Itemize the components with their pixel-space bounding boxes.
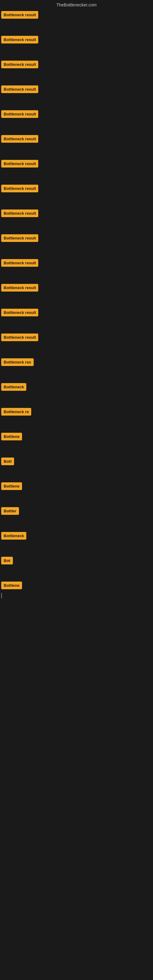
bottleneck-item: Bottleneck result [1, 135, 153, 143]
bottleneck-badge[interactable]: Bottlene [1, 582, 22, 589]
bottleneck-item: Bottleneck res [1, 358, 153, 366]
bottleneck-badge[interactable]: Bottleneck result [1, 110, 38, 118]
bottleneck-badge[interactable]: Bot [1, 557, 13, 565]
bottleneck-badge[interactable]: Bottleneck result [1, 135, 38, 143]
bottleneck-badge[interactable]: Bottleneck result [1, 309, 38, 317]
bottleneck-badge[interactable]: Bottleneck result [1, 284, 38, 291]
bottleneck-badge[interactable]: Bottleneck result [1, 185, 38, 192]
bottleneck-item: Bottleneck result [1, 185, 153, 192]
bottom-spacer [0, 590, 153, 928]
bottleneck-badge[interactable]: Bottleneck result [1, 11, 38, 19]
bottleneck-item: Bottleneck result [1, 60, 153, 68]
bottleneck-badge[interactable]: Bottleneck result [1, 36, 38, 43]
bottleneck-item: Bottleneck result [1, 334, 153, 341]
bottleneck-item: Bottleneck re [1, 408, 153, 415]
bottleneck-item: Bottleneck [1, 383, 153, 391]
bottleneck-badge[interactable]: Bott [1, 458, 14, 465]
bottleneck-badge[interactable]: Bottleneck result [1, 86, 38, 93]
bottleneck-item: Bottleneck result [1, 210, 153, 217]
cursor-indicator [1, 593, 2, 598]
bottleneck-badge[interactable]: Bottleneck result [1, 160, 38, 167]
bottleneck-item: Bottleneck result [1, 234, 153, 242]
bottleneck-badge[interactable]: Bottleneck [1, 532, 26, 539]
bottleneck-badge[interactable]: Bottleneck result [1, 334, 38, 341]
bottleneck-badge[interactable]: Bottleneck result [1, 210, 38, 217]
bottleneck-item: Bottleneck result [1, 259, 153, 267]
site-header: TheBottlenecker.com [0, 0, 153, 9]
bottleneck-item: Bottleneck result [1, 284, 153, 291]
bottleneck-badge[interactable]: Bottleneck result [1, 259, 38, 267]
bottleneck-badge[interactable]: Bottleneck result [1, 60, 38, 68]
bottleneck-item: Bottleneck result [1, 36, 153, 43]
bottleneck-item: Bott [1, 458, 153, 465]
bottleneck-item: Bottleneck result [1, 309, 153, 317]
bottleneck-badge[interactable]: Bottler [1, 507, 19, 515]
bottleneck-badge[interactable]: Bottleneck re [1, 408, 31, 415]
bottleneck-item: Bottler [1, 507, 153, 515]
bottleneck-badge[interactable]: Bottlene [1, 482, 22, 490]
bottleneck-item: Bottleneck result [1, 160, 153, 167]
bottleneck-item: Bottleneck result [1, 86, 153, 93]
bottleneck-item: Bottleneck [1, 532, 153, 539]
bottleneck-item: Bottleneck result [1, 11, 153, 19]
bottleneck-list: Bottleneck resultBottleneck resultBottle… [0, 11, 153, 589]
bottleneck-badge[interactable]: Bottlene [1, 433, 22, 441]
bottleneck-item: Bottlene [1, 482, 153, 490]
bottleneck-item: Bot [1, 557, 153, 565]
bottleneck-badge[interactable]: Bottleneck [1, 383, 26, 391]
bottleneck-item: Bottleneck result [1, 110, 153, 118]
bottleneck-badge[interactable]: Bottleneck res [1, 358, 33, 366]
bottleneck-item: Bottlene [1, 582, 153, 589]
site-title: TheBottlenecker.com [56, 2, 97, 7]
bottleneck-badge[interactable]: Bottleneck result [1, 234, 38, 242]
bottleneck-item: Bottlene [1, 433, 153, 441]
